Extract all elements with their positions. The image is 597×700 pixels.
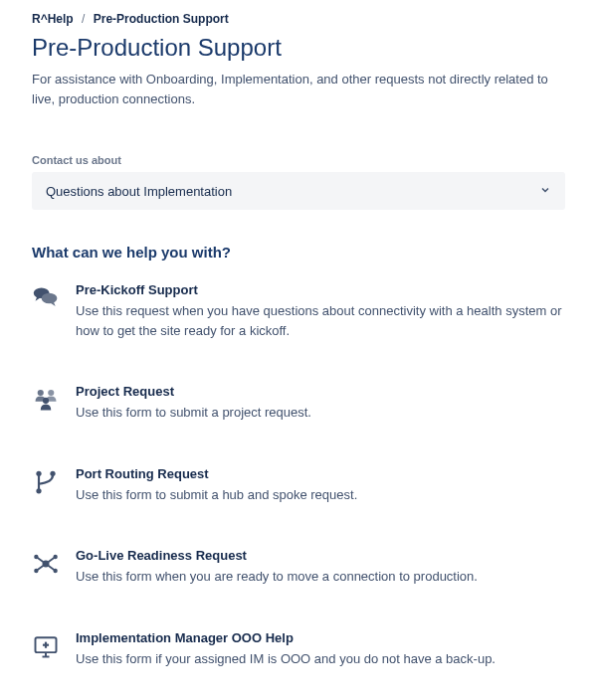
chevron-down-icon: [539, 182, 551, 200]
breadcrumb-root-link[interactable]: R^Help: [32, 12, 74, 26]
option-description: Use this form to submit a hub and spoke …: [76, 485, 565, 505]
contact-select-value: Questions about Implementation: [46, 184, 232, 199]
branch-icon: [32, 468, 60, 496]
page-description: For assistance with Onboarding, Implemen…: [32, 70, 565, 108]
option-pre-kickoff[interactable]: Pre-Kickoff Support Use this request whe…: [32, 282, 565, 340]
svg-point-2: [38, 390, 44, 396]
help-heading: What can we help you with?: [32, 244, 565, 261]
svg-point-1: [42, 293, 58, 304]
option-description: Use this form to submit a project reques…: [76, 403, 565, 423]
breadcrumb: R^Help / Pre-Production Support: [32, 12, 565, 26]
option-list: Pre-Kickoff Support Use this request whe…: [32, 282, 565, 668]
breadcrumb-separator: /: [82, 12, 85, 26]
chat-icon: [32, 284, 60, 312]
option-description: Use this form when you are ready to move…: [76, 567, 565, 587]
svg-point-3: [48, 390, 54, 396]
breadcrumb-current: Pre-Production Support: [94, 12, 229, 26]
option-title: Pre-Kickoff Support: [76, 282, 565, 297]
people-icon: [32, 386, 60, 414]
svg-line-13: [36, 557, 46, 564]
option-description: Use this request when you have questions…: [76, 301, 565, 340]
option-title: Implementation Manager OOO Help: [76, 630, 565, 645]
svg-line-14: [46, 557, 56, 564]
option-project-request[interactable]: Project Request Use this form to submit …: [32, 384, 565, 423]
svg-line-15: [36, 564, 46, 571]
page-title: Pre-Production Support: [32, 34, 565, 62]
option-go-live[interactable]: Go-Live Readiness Request Use this form …: [32, 548, 565, 587]
option-title: Port Routing Request: [76, 466, 565, 481]
option-im-ooo[interactable]: Implementation Manager OOO Help Use this…: [32, 630, 565, 669]
option-title: Go-Live Readiness Request: [76, 548, 565, 563]
option-title: Project Request: [76, 384, 565, 399]
svg-line-16: [46, 564, 56, 571]
option-port-routing[interactable]: Port Routing Request Use this form to su…: [32, 466, 565, 505]
contact-label: Contact us about: [32, 154, 565, 166]
option-description: Use this form if your assigned IM is OOO…: [76, 649, 565, 669]
network-icon: [32, 550, 60, 578]
contact-select[interactable]: Questions about Implementation: [32, 172, 565, 210]
svg-point-4: [43, 398, 49, 404]
monitor-plus-icon: [32, 632, 60, 660]
